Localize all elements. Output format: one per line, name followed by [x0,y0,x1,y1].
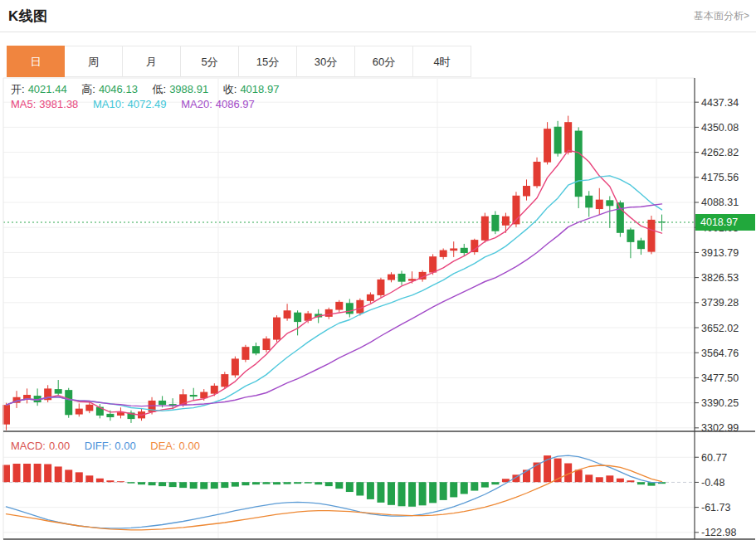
svg-text:3652.02: 3652.02 [701,323,739,334]
period-tab-bar: 日 周 月 5分 15分 30分 60分 4时 [7,46,756,77]
svg-text:3913.79: 3913.79 [701,247,739,259]
tab-5min[interactable]: 5分 [181,46,239,77]
svg-text:3739.28: 3739.28 [701,297,739,309]
svg-text:4001.05: 4001.05 [701,222,739,234]
kline-chart-area[interactable]: 4437.344350.084262.824175.564088.314001.… [0,77,756,540]
tab-60min[interactable]: 60分 [355,46,413,77]
svg-text:-61.73: -61.73 [701,502,730,513]
svg-text:3302.99: 3302.99 [701,422,739,434]
tab-month[interactable]: 月 [123,46,181,77]
svg-text:3564.76: 3564.76 [701,348,739,359]
svg-text:3826.53: 3826.53 [701,272,739,284]
svg-text:-122.98: -122.98 [701,527,736,538]
tab-day[interactable]: 日 [7,46,65,77]
svg-text:3390.25: 3390.25 [701,397,739,409]
tab-30min[interactable]: 30分 [297,46,355,77]
page-header: K线图 基本面分析> [0,0,756,32]
kline-chart-svg: 4437.344350.084262.824175.564088.314001.… [0,77,756,540]
tab-4hour[interactable]: 4时 [413,46,471,77]
svg-text:60.77: 60.77 [701,452,727,464]
svg-text:3477.50: 3477.50 [701,372,739,384]
tab-week[interactable]: 周 [65,46,123,77]
svg-text:4175.56: 4175.56 [701,172,739,183]
svg-text:-0.48: -0.48 [701,477,725,489]
svg-text:4437.34: 4437.34 [701,97,739,109]
svg-text:4350.08: 4350.08 [701,122,739,134]
tab-15min[interactable]: 15分 [239,46,297,77]
fundamental-analysis-link[interactable]: 基本面分析> [694,9,749,23]
svg-text:4262.82: 4262.82 [701,147,739,158]
svg-text:4088.31: 4088.31 [701,197,739,208]
page-title: K线图 [8,7,48,26]
